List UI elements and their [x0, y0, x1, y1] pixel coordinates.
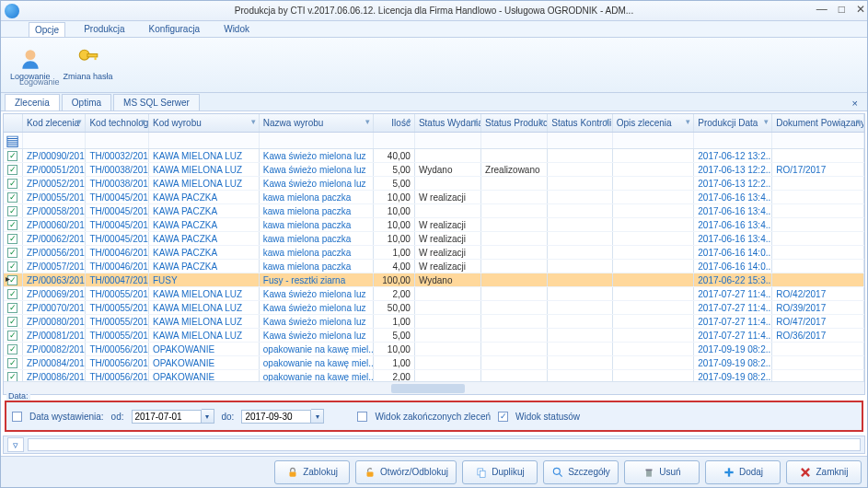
zamknij-button[interactable]: Zamknij [786, 460, 862, 484]
row-checkbox[interactable] [7, 151, 17, 161]
table-row[interactable]: ZP/00070/2017TH/00055/2017KAWA MIELONA L… [4, 301, 864, 315]
filter-icon[interactable]: ▾ [605, 117, 609, 126]
row-checkbox[interactable] [7, 165, 17, 175]
column-kod-technologii[interactable]: Kod technologii▾ [86, 114, 149, 132]
otworz-button[interactable]: Otwórz/Odblokuj [355, 460, 457, 484]
duplikuj-button[interactable]: Duplikuj [462, 460, 538, 484]
row-checkbox[interactable] [7, 317, 17, 327]
maximize-button[interactable]: □ [839, 3, 845, 16]
filter-text-input[interactable] [28, 438, 861, 451]
date-from-input[interactable] [132, 410, 202, 424]
table-row[interactable]: ZP/00062/2017TH/00045/2017KAWA PACZKAkaw… [4, 232, 864, 246]
table-row[interactable]: ZP/00086/2017TH/00056/2017OPAKOWANIEopak… [4, 370, 864, 381]
table-row[interactable]: ▸ZP/00063/2017TH/00047/2017FUSYFusy - re… [4, 273, 864, 287]
column-dokument-powiazany[interactable]: Dokument Powiązany▾ [772, 114, 864, 132]
table-row[interactable]: ZP/00058/2017TH/00045/2017KAWA PACZKAkaw… [4, 204, 864, 218]
filter-icon[interactable]: ▾ [365, 117, 370, 126]
grid-filter-row[interactable]: ▤ [4, 133, 864, 149]
filter-icon[interactable]: ▾ [856, 117, 861, 126]
szczegoly-button[interactable]: Szczegóły [543, 460, 619, 484]
table-row[interactable]: ZP/00069/2017TH/00055/2017KAWA MIELONA L… [4, 287, 864, 301]
table-row[interactable]: ZP/00080/2017TH/00055/2017KAWA MIELONA L… [4, 315, 864, 329]
table-row[interactable]: ZP/00051/2017TH/00038/2017KAWA MIELONA L… [4, 163, 864, 177]
data-wystawienia-checkbox[interactable] [12, 412, 22, 422]
row-checkbox[interactable] [7, 179, 17, 189]
filter-icon[interactable]: ▾ [473, 117, 478, 126]
row-checkbox[interactable] [7, 206, 17, 216]
minimize-button[interactable]: — [816, 3, 827, 16]
filter-icon[interactable]: ▾ [77, 117, 82, 126]
details-icon [551, 466, 564, 479]
filter-icon[interactable]: ▾ [251, 117, 256, 126]
kod-technologii-cell: TH/00055/2017 [89, 289, 149, 299]
funnel-icon[interactable]: ▿ [7, 437, 24, 452]
row-checkbox[interactable] [7, 331, 17, 341]
row-checkbox[interactable] [7, 220, 17, 230]
menu-produkcja[interactable]: Produkcja [78, 22, 130, 36]
table-row[interactable]: ZP/00056/2017TH/00046/2017KAWA PACZKAkaw… [4, 246, 864, 260]
row-checkbox[interactable] [7, 248, 17, 258]
filter-icon[interactable]: ▾ [764, 117, 769, 126]
row-checkbox[interactable] [7, 261, 17, 272]
table-row[interactable]: ZP/00090/2017TH/00032/2017KAWA MIELONA L… [4, 149, 864, 163]
row-checkbox[interactable] [7, 289, 17, 299]
filter-icon[interactable]: ▾ [141, 117, 145, 126]
kod-zlecenia-cell: ZP/00062/2017 [27, 234, 87, 244]
kod-zlecenia-cell: ZP/00051/2017 [27, 165, 87, 175]
widok-statusow-checkbox[interactable] [498, 412, 508, 422]
row-checkbox[interactable] [7, 358, 17, 368]
column-kod-wyrobu[interactable]: Kod wyrobu▾ [149, 114, 260, 132]
table-row[interactable]: ZP/00084/2017TH/00056/2017OPAKOWANIEopak… [4, 356, 864, 370]
date-to-input[interactable] [241, 410, 311, 424]
column-kod-zlecenia[interactable]: Kod zlecenia▾ [23, 114, 87, 132]
table-row[interactable]: ZP/00082/2017TH/00056/2017OPAKOWANIEopak… [4, 343, 864, 356]
produkcji-data-cell: 2017-06-12 13:2... [698, 151, 772, 161]
date-from-dropdown[interactable]: ▾ [202, 409, 214, 424]
row-checkbox[interactable] [7, 234, 17, 244]
tab-zlecenia[interactable]: Zlecenia [5, 94, 60, 110]
table-row[interactable]: ZP/00081/2017TH/00055/2017KAWA MIELONA L… [4, 329, 864, 343]
horizontal-scrollbar[interactable] [4, 381, 864, 394]
table-row[interactable]: ZP/00055/2017TH/00045/2017KAWA PACZKAkaw… [4, 191, 864, 204]
filter-icon[interactable]: ▾ [539, 117, 544, 126]
menu-opcje[interactable]: Opcje [29, 22, 65, 37]
filter-icon[interactable]: ▾ [407, 117, 411, 126]
tab-mssql[interactable]: MS SQL Serwer [113, 94, 200, 110]
change-password-button[interactable]: Zmiana hasła [60, 44, 117, 83]
row-checkbox[interactable] [7, 303, 17, 313]
row-checkbox[interactable] [7, 372, 17, 382]
column-ilosc[interactable]: Ilość▾ [374, 114, 415, 132]
zablokuj-button[interactable]: Zablokuj [274, 460, 350, 484]
dokument-powiazany-cell: RO/42/2017 [776, 289, 826, 299]
table-row[interactable]: ZP/00060/2017TH/00045/2017KAWA PACZKAkaw… [4, 218, 864, 232]
row-checkbox[interactable] [7, 192, 17, 203]
menu-konfiguracja[interactable]: Konfiguracja [144, 22, 206, 36]
table-row[interactable]: ZP/00057/2017TH/00046/2017KAWA PACZKAkaw… [4, 260, 864, 273]
column-status-produkcji[interactable]: Status Produkcji▾ [481, 114, 548, 132]
kod-technologii-cell: TH/00056/2017 [89, 372, 149, 382]
kod-wyrobu-cell: KAWA PACZKA [153, 234, 217, 244]
tab-close-button[interactable]: × [847, 96, 863, 110]
column-select-all[interactable] [4, 114, 23, 132]
column-status-kontroli[interactable]: Status Kontroli▾ [548, 114, 612, 132]
close-icon [799, 466, 812, 479]
usun-button[interactable]: Usuń [624, 460, 700, 484]
widok-zakonczonych-checkbox[interactable] [357, 412, 367, 422]
date-to-dropdown[interactable]: ▾ [311, 409, 324, 424]
grid-body[interactable]: ZP/00090/2017TH/00032/2017KAWA MIELONA L… [4, 149, 864, 381]
column-status-wydania[interactable]: Status Wydania▾ [415, 114, 481, 132]
tab-optima[interactable]: Optima [62, 94, 111, 110]
column-produkcji-data[interactable]: Produkcji Data▾ [694, 114, 772, 132]
filter-icon[interactable]: ▾ [686, 117, 690, 126]
scrollbar-thumb[interactable] [391, 384, 465, 393]
key-icon [75, 46, 101, 72]
filter-bar: ▿ [3, 436, 865, 454]
column-nazwa-wyrobu[interactable]: Nazwa wyrobu▾ [260, 114, 374, 132]
table-row[interactable]: ZP/00052/2017TH/00038/2017KAWA MIELONA L… [4, 177, 864, 191]
row-checkbox[interactable] [7, 344, 17, 354]
close-window-button[interactable]: ✕ [856, 3, 865, 16]
dodaj-button[interactable]: Dodaj [705, 460, 781, 484]
produkcji-data-cell: 2017-06-16 13:4... [698, 220, 772, 230]
column-opis-zlecenia[interactable]: Opis zlecenia▾ [613, 114, 695, 132]
menu-widok[interactable]: Widok [218, 22, 255, 36]
